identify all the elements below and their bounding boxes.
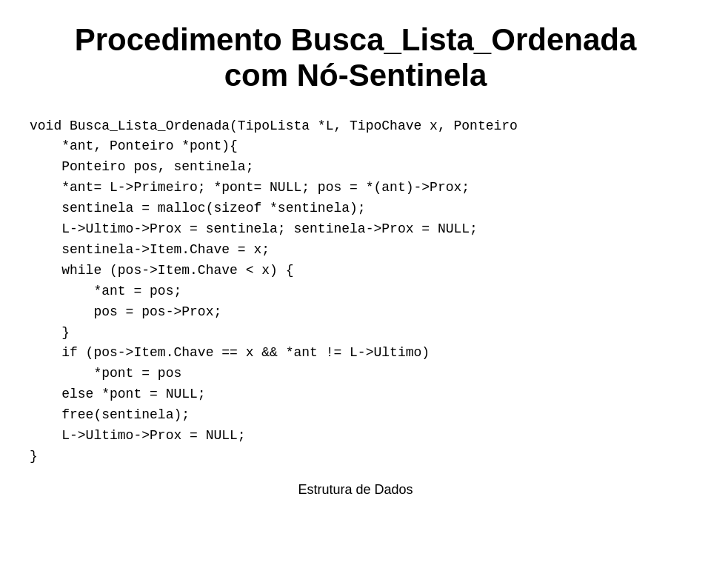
footer-label: Estrutura de Dados [30,482,681,498]
page-title-line1: Procedimento Busca_Lista_Ordenada [30,22,681,58]
page-title-line2: com Nó-Sentinela [30,58,681,93]
code-block: void Busca_Lista_Ordenada(TipoLista *L, … [30,116,681,467]
title-block: Procedimento Busca_Lista_Ordenada com Nó… [30,22,681,94]
